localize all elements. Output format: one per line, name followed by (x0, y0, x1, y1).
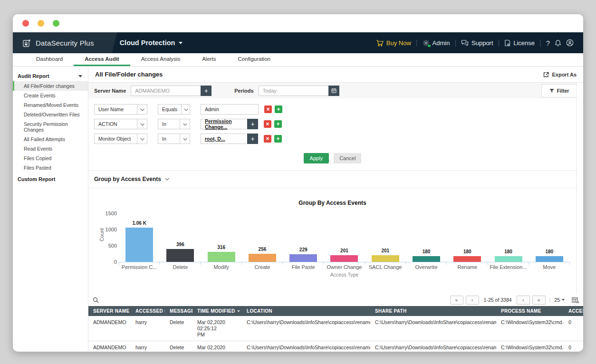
chevron-down-icon (137, 119, 147, 129)
filter-value-text[interactable]: root, D... (205, 136, 225, 142)
bar-value-label: 201 (324, 248, 365, 253)
table-row[interactable]: ADMANDEMOharryDeleteMar 02,2020 02:25:12… (88, 316, 583, 341)
next-page-button[interactable]: › (517, 296, 530, 305)
sidebar-item[interactable]: Files Pasted (13, 163, 88, 172)
chart-bar-slot: 316 (201, 213, 242, 262)
column-header[interactable]: ACCESS (564, 306, 583, 316)
sidebar: Audit Report All File/Folder changesCrea… (13, 67, 88, 352)
page-size-selector[interactable]: 25 (554, 297, 565, 303)
column-header[interactable]: SHARE PATH (370, 306, 496, 316)
filter-value-text[interactable]: Permission Change... (205, 118, 243, 130)
filter-operator-select[interactable]: In (158, 119, 190, 129)
first-page-button[interactable]: « (450, 296, 463, 305)
filter-field-select[interactable]: ACTION (94, 119, 147, 129)
remove-filter-button[interactable]: × (264, 105, 272, 113)
chevron-down-icon (78, 75, 82, 77)
sidebar-item[interactable]: Renamed/Moved Events (13, 100, 88, 110)
sidebar-item[interactable]: Files Copied (13, 153, 88, 163)
chart-bar[interactable] (330, 255, 358, 262)
filter-field-select[interactable]: Monitor Object (94, 134, 147, 144)
chart-bar[interactable] (125, 228, 153, 262)
export-as-button[interactable]: Export As (543, 72, 577, 77)
buy-now-button[interactable]: Buy Now (376, 39, 411, 47)
chart-bar[interactable] (289, 254, 317, 262)
filter-value-add-button[interactable]: + (247, 119, 258, 129)
account-button[interactable] (566, 39, 574, 47)
chart-bar[interactable] (413, 256, 440, 262)
window-maximize-button[interactable] (53, 20, 59, 27)
header-separator: | (498, 39, 500, 47)
calendar-button[interactable] (328, 86, 339, 96)
bar-value-label: 229 (283, 247, 324, 252)
window-titlebar (13, 14, 583, 32)
tab-alerts[interactable]: Alerts (191, 53, 227, 66)
column-header[interactable]: PROCESS NAME (496, 306, 564, 316)
help-button[interactable]: ? (546, 39, 550, 47)
sidebar-item[interactable]: Security Permission Changes (13, 119, 88, 134)
sidebar-section-audit-report[interactable]: Audit Report (13, 71, 88, 81)
bar-value-label: 180 (529, 249, 570, 254)
tab-access-audit[interactable]: Access Audit (74, 53, 130, 66)
column-header[interactable]: LOCATION (242, 306, 370, 316)
filter-value-add-button[interactable]: + (247, 134, 258, 144)
last-page-button[interactable]: » (532, 296, 546, 305)
x-axis-categories: Permission C...DeleteModifyCreateFile Pa… (119, 264, 570, 270)
support-menu[interactable]: Support (461, 39, 493, 47)
x-category-label: Delete (160, 264, 201, 270)
filter-operator-select[interactable]: Equals (158, 104, 190, 115)
column-header[interactable]: TIME MODIFIED (192, 306, 242, 316)
window-close-button[interactable] (22, 20, 29, 27)
filter-toggle-button[interactable]: Filter (541, 84, 577, 97)
cell-access: 0 (564, 341, 583, 352)
tab-dashboard[interactable]: Dashboard (25, 53, 74, 66)
table-row[interactable]: ADMANDEMOharryDeleteMar 02,2020 02:25:12… (88, 341, 583, 352)
search-icon[interactable] (93, 297, 99, 303)
sidebar-item[interactable]: All File/Folder changes (13, 81, 88, 91)
add-filter-button[interactable]: + (274, 135, 282, 143)
cancel-button[interactable]: Cancel (334, 153, 361, 163)
chart-bar[interactable] (249, 254, 276, 262)
column-header[interactable]: SERVER NAME (88, 306, 131, 316)
prev-page-button[interactable]: ‹ (466, 296, 479, 305)
add-server-button[interactable]: + (201, 86, 211, 96)
sidebar-item[interactable]: Create Events (13, 91, 88, 100)
tab-configuration[interactable]: Configuration (227, 53, 281, 66)
filter-operator-select[interactable]: In (158, 134, 190, 144)
server-name-input[interactable]: ADMANDEMO (131, 86, 201, 96)
x-category-label: Overwrite (406, 264, 447, 270)
sidebar-item[interactable]: All Failed Attempts (13, 134, 88, 144)
module-selector[interactable]: Cloud Protection (120, 39, 183, 47)
sidebar-item[interactable]: Read Events (13, 144, 88, 153)
admin-menu[interactable]: Admin (423, 39, 450, 47)
cell-accessed-by: harry (131, 341, 165, 352)
add-filter-button[interactable]: + (274, 120, 282, 128)
table-body: ADMANDEMOharryDeleteMar 02,2020 02:25:12… (88, 316, 583, 352)
filter-field-select[interactable]: User Name (94, 104, 147, 115)
sort-desc-icon (237, 310, 240, 312)
window-minimize-button[interactable] (38, 20, 44, 27)
apply-button[interactable]: Apply (304, 153, 329, 163)
periods-input[interactable]: Today (259, 86, 329, 96)
chevron-down-icon (165, 176, 169, 180)
chart-bar[interactable] (166, 249, 194, 262)
remove-filter-button[interactable]: × (264, 120, 271, 128)
chart-bar[interactable] (453, 256, 481, 262)
chart-bar[interactable] (208, 252, 235, 262)
sidebar-item[interactable]: Deleted/Overwritten Files (13, 110, 88, 119)
chart-bar[interactable] (372, 255, 399, 262)
filter-panel: Server Name ADMANDEMO + Periods Today (88, 83, 577, 171)
group-by-selector[interactable]: Group by Access Events (88, 171, 577, 188)
remove-filter-button[interactable]: × (264, 135, 271, 143)
filter-value-input[interactable]: Admin (201, 104, 259, 115)
notifications-button[interactable] (555, 39, 561, 47)
bar-value-label: 1.06 K (119, 220, 160, 226)
license-menu[interactable]: License (504, 39, 535, 47)
tab-access-analysis[interactable]: Access Analysis (130, 53, 191, 66)
column-chooser-icon[interactable] (572, 297, 579, 303)
column-header[interactable]: ACCESSED BY (131, 306, 165, 316)
chart-bar[interactable] (495, 256, 522, 262)
column-header[interactable]: MESSAGE (165, 306, 192, 316)
sidebar-section-custom-report[interactable]: Custom Report (13, 172, 88, 184)
chart-bar[interactable] (536, 256, 563, 262)
add-filter-button[interactable]: + (275, 105, 282, 113)
